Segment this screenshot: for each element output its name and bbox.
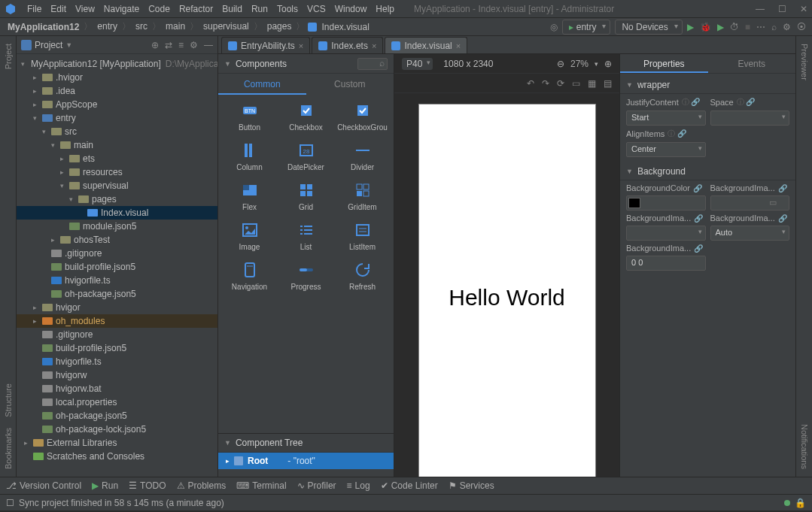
crumb-file[interactable]: Index.visual bbox=[320, 22, 370, 32]
user-icon[interactable]: ⦿ bbox=[797, 22, 806, 32]
menu-refactor[interactable]: Refactor bbox=[175, 4, 217, 14]
project-tree[interactable]: ▾MyApplication12 [MyApplication]D:\MyApp… bbox=[17, 54, 217, 477]
menu-view[interactable]: View bbox=[71, 4, 99, 14]
tree-myapplication12--myapplication-[interactable]: ▾MyApplication12 [MyApplication]D:\MyApp… bbox=[17, 57, 217, 71]
menu-vcs[interactable]: VCS bbox=[303, 4, 330, 14]
tree--hvigor[interactable]: ▸.hvigor bbox=[17, 71, 217, 84]
component-griditem[interactable]: GridItem bbox=[336, 180, 390, 211]
component-flex[interactable]: Flex bbox=[223, 180, 277, 211]
justify-value[interactable]: Start bbox=[626, 111, 706, 126]
tree--gitignore[interactable]: .gitignore bbox=[17, 247, 217, 260]
crumb-supervisual[interactable]: supervisual bbox=[202, 21, 251, 32]
bb-profiler[interactable]: ∿Profiler bbox=[297, 480, 336, 491]
tree-oh-package-lock-json5[interactable]: oh-package-lock.json5 bbox=[17, 423, 217, 436]
section-wrapper[interactable]: wrapper bbox=[637, 80, 670, 90]
component-checkboxgrou[interactable]: CheckboxGrou bbox=[336, 101, 390, 132]
grid-icon[interactable]: ▤ bbox=[604, 78, 612, 89]
bb-run[interactable]: ▶Run bbox=[92, 480, 118, 491]
bb-terminal[interactable]: ⌨Terminal bbox=[236, 480, 286, 491]
menu-file[interactable]: File bbox=[23, 4, 46, 14]
component-refresh[interactable]: Refresh bbox=[336, 260, 390, 291]
tree-hvigorfile-ts[interactable]: hvigorfile.ts bbox=[17, 355, 217, 368]
component-datepicker[interactable]: 28DatePicker bbox=[279, 141, 333, 171]
menu-tools[interactable]: Tools bbox=[272, 4, 303, 14]
component-navigation[interactable]: Navigation bbox=[223, 260, 277, 291]
bgimg3-value[interactable]: Auto bbox=[710, 226, 790, 241]
gear-icon[interactable]: ⚙ bbox=[190, 40, 198, 50]
rail-project[interactable]: Project bbox=[4, 44, 13, 69]
component-image[interactable]: Image bbox=[223, 220, 277, 251]
hide-icon[interactable]: — bbox=[204, 40, 213, 50]
crumb-src[interactable]: src bbox=[134, 21, 149, 32]
rail-structure[interactable]: Structure bbox=[4, 383, 13, 417]
rail-previewer[interactable]: Previewer bbox=[800, 44, 809, 80]
component-button[interactable]: BTNButton bbox=[223, 101, 277, 132]
tree-build-profile-json5[interactable]: build-profile.json5 bbox=[17, 341, 217, 355]
tablet-icon[interactable]: ▭ bbox=[572, 78, 580, 89]
menu-help[interactable]: Help bbox=[371, 4, 399, 14]
component-tree-root[interactable]: ▸ Root - "root" bbox=[218, 453, 394, 469]
minimize-icon[interactable]: — bbox=[756, 4, 765, 14]
tree-local-properties[interactable]: local.properties bbox=[17, 395, 217, 409]
bgimg4-value[interactable]: 0 0 bbox=[626, 256, 706, 271]
tree-hvigorfile-ts[interactable]: hvigorfile.ts bbox=[17, 274, 217, 287]
tab-common[interactable]: Common bbox=[218, 74, 306, 95]
bgimg2-value[interactable] bbox=[626, 226, 706, 241]
tree-resources[interactable]: ▸resources bbox=[17, 165, 217, 179]
debug-icon[interactable]: 🐞 bbox=[700, 22, 711, 32]
component-list[interactable]: List bbox=[279, 220, 333, 251]
component-column[interactable]: Column bbox=[223, 141, 277, 171]
tree-pages[interactable]: ▾pages bbox=[17, 192, 217, 206]
tree-hvigorw-bat[interactable]: hvigorw.bat bbox=[17, 382, 217, 395]
menu-navigate[interactable]: Navigate bbox=[99, 4, 144, 14]
component-progress[interactable]: Progress bbox=[279, 260, 333, 291]
component-divider[interactable]: Divider bbox=[336, 141, 390, 171]
editor-tab-Index-ets[interactable]: Index.ets× bbox=[312, 37, 383, 53]
bb-todo[interactable]: ☰TODO bbox=[129, 480, 166, 491]
tab-close-icon[interactable]: × bbox=[456, 41, 461, 50]
menu-window[interactable]: Window bbox=[330, 4, 372, 14]
crumb-app[interactable]: MyApplication12 bbox=[6, 22, 81, 32]
component-grid[interactable]: Grid bbox=[279, 180, 333, 211]
profile-icon[interactable]: ⏱ bbox=[730, 22, 739, 32]
tab-close-icon[interactable]: × bbox=[299, 41, 303, 50]
tree-src[interactable]: ▾src bbox=[17, 125, 217, 138]
entry-combo[interactable]: ▸ entry bbox=[562, 20, 610, 35]
bgimg-value[interactable]: ▭ bbox=[710, 195, 790, 211]
tree--idea[interactable]: ▸.idea bbox=[17, 84, 217, 98]
search-icon[interactable]: ⌕ bbox=[771, 22, 777, 32]
tree--gitignore[interactable]: .gitignore bbox=[17, 328, 217, 341]
bb-log[interactable]: ≡Log bbox=[347, 480, 370, 491]
menu-build[interactable]: Build bbox=[217, 4, 247, 14]
device-select[interactable]: P40 bbox=[402, 58, 433, 70]
bb-problems[interactable]: ⚠Problems bbox=[177, 480, 227, 491]
project-panel-title[interactable]: Project bbox=[35, 40, 62, 50]
crumb-entry[interactable]: entry bbox=[96, 21, 119, 32]
tree-main[interactable]: ▾main bbox=[17, 138, 217, 152]
tree-appscope[interactable]: ▸AppScope bbox=[17, 98, 217, 111]
status-lock-icon[interactable]: 🔒 bbox=[795, 498, 806, 508]
component-checkbox[interactable]: Checkbox bbox=[279, 101, 333, 132]
tree-oh-package-json5[interactable]: oh-package.json5 bbox=[17, 409, 217, 423]
tab-custom[interactable]: Custom bbox=[306, 74, 394, 95]
tab-properties[interactable]: Properties bbox=[620, 54, 708, 73]
more-icon[interactable]: ⋯ bbox=[756, 22, 765, 32]
redo-icon[interactable]: ↷ bbox=[542, 78, 549, 89]
tree-build-profile-json5[interactable]: build-profile.json5 bbox=[17, 260, 217, 274]
tree-ohostest[interactable]: ▸ohosTest bbox=[17, 233, 217, 247]
run-icon[interactable]: ▶ bbox=[687, 22, 694, 32]
tree-hvigorw[interactable]: hvigorw bbox=[17, 368, 217, 382]
bb-lint[interactable]: ✔Code Linter bbox=[381, 480, 438, 491]
locate-icon[interactable]: ⊕ bbox=[151, 40, 159, 50]
tree-hvigor[interactable]: ▸hvigor bbox=[17, 301, 217, 314]
stop-icon[interactable]: ■ bbox=[745, 22, 750, 32]
menu-edit[interactable]: Edit bbox=[46, 4, 71, 14]
tree-oh-package-json5[interactable]: oh-package.json5 bbox=[17, 287, 217, 301]
layers-icon[interactable]: ▦ bbox=[588, 78, 596, 89]
rail-bookmarks[interactable]: Bookmarks bbox=[4, 428, 13, 469]
tree-index-visual[interactable]: Index.visual bbox=[17, 206, 217, 220]
crumb-pages[interactable]: pages bbox=[266, 21, 293, 32]
collapse-icon[interactable]: ≡ bbox=[178, 40, 184, 50]
components-search[interactable] bbox=[357, 58, 388, 70]
tab-events[interactable]: Events bbox=[708, 54, 796, 73]
